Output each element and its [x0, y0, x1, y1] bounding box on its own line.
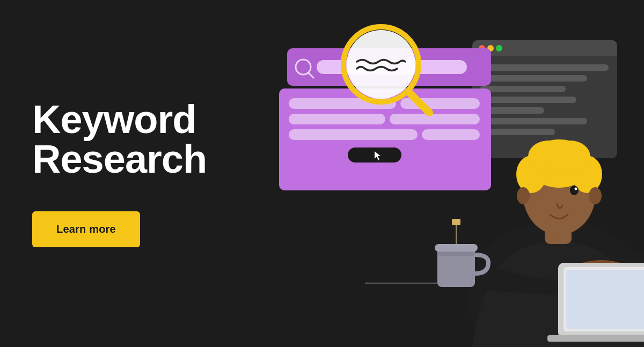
svg-point-37	[550, 141, 590, 173]
svg-rect-20	[289, 114, 385, 124]
svg-rect-48	[435, 244, 478, 252]
svg-rect-8	[480, 86, 566, 92]
svg-point-39	[589, 187, 602, 204]
right-content	[258, 0, 644, 347]
svg-rect-6	[480, 64, 609, 71]
headline-line1: Keyword	[32, 97, 196, 142]
svg-rect-2	[472, 48, 617, 56]
svg-point-40	[570, 186, 579, 195]
svg-rect-22	[289, 129, 418, 140]
svg-rect-9	[480, 97, 576, 103]
svg-point-27	[347, 30, 415, 99]
svg-rect-46	[547, 335, 644, 342]
svg-rect-11	[480, 118, 587, 124]
left-content: Keyword Research Learn more	[0, 100, 258, 247]
illustration-svg	[258, 0, 644, 347]
svg-rect-45	[566, 270, 644, 329]
svg-rect-23	[422, 129, 480, 140]
svg-rect-7	[480, 75, 587, 82]
svg-rect-51	[438, 252, 474, 256]
banner-container: Keyword Research Learn more	[0, 0, 644, 347]
svg-rect-50	[452, 219, 460, 225]
svg-point-38	[517, 187, 530, 204]
headline: Keyword Research	[32, 100, 258, 179]
headline-line2: Research	[32, 137, 207, 181]
learn-more-button[interactable]: Learn more	[32, 211, 140, 247]
svg-point-5	[496, 45, 502, 51]
svg-point-41	[575, 188, 577, 190]
svg-rect-21	[390, 114, 480, 124]
